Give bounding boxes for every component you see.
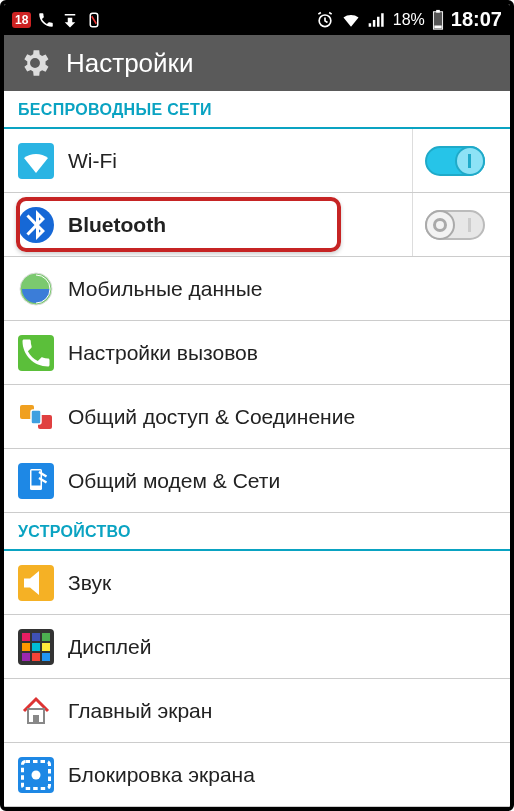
settings-screen: 18 18% 18:07 (0, 0, 514, 811)
svg-rect-20 (32, 653, 40, 661)
wifi-status-icon (341, 10, 361, 30)
row-label: Дисплей (68, 635, 496, 659)
row-label: Блокировка экрана (68, 763, 496, 787)
row-display[interactable]: Дисплей (4, 615, 510, 679)
clock: 18:07 (451, 8, 502, 31)
svg-rect-3 (436, 10, 440, 13)
section-header-wireless: БЕСПРОВОДНЫЕ СЕТИ (4, 91, 510, 129)
cleaner-icon (85, 11, 103, 29)
download-icon (61, 11, 79, 29)
svg-rect-19 (22, 653, 30, 661)
call-icon (18, 335, 54, 371)
row-tethering[interactable]: Общий модем & Сети (4, 449, 510, 513)
row-label: Настройки вызовов (68, 341, 496, 365)
row-call-settings[interactable]: Настройки вызовов (4, 321, 510, 385)
svg-rect-9 (31, 410, 41, 424)
share-icon (18, 399, 54, 435)
row-label: Общий модем & Сети (68, 469, 496, 493)
svg-rect-13 (22, 633, 30, 641)
svg-point-25 (32, 770, 41, 779)
svg-rect-15 (42, 633, 50, 641)
wifi-toggle[interactable] (425, 146, 485, 176)
signal-icon (367, 10, 387, 30)
phone-missed-icon (37, 11, 55, 29)
svg-rect-16 (22, 643, 30, 651)
battery-percent: 18% (393, 11, 425, 29)
svg-rect-14 (32, 633, 40, 641)
row-label: Общий доступ & Соединение (68, 405, 496, 429)
svg-rect-23 (33, 715, 39, 723)
wifi-icon (18, 143, 54, 179)
row-label: Wi-Fi (68, 149, 412, 173)
device-list: Звук Дисплей Главный экран Блокировка эк… (4, 551, 510, 807)
row-label: Звук (68, 571, 496, 595)
mobile-data-icon (18, 271, 54, 307)
section-header-device: УСТРОЙСТВО (4, 513, 510, 551)
row-label: Мобильные данные (68, 277, 496, 301)
home-icon (18, 693, 54, 729)
bluetooth-icon (18, 207, 54, 243)
svg-rect-17 (32, 643, 40, 651)
tethering-icon (18, 463, 54, 499)
settings-gear-icon (18, 46, 52, 80)
row-sound[interactable]: Звук (4, 551, 510, 615)
svg-rect-4 (434, 25, 441, 28)
title-bar: Настройки (4, 35, 510, 91)
row-wifi[interactable]: Wi-Fi (4, 129, 510, 193)
row-home-screen[interactable]: Главный экран (4, 679, 510, 743)
svg-rect-18 (42, 643, 50, 651)
page-title: Настройки (66, 48, 194, 79)
sound-icon (18, 565, 54, 601)
lock-icon (18, 757, 54, 793)
svg-rect-21 (42, 653, 50, 661)
status-bar: 18 18% 18:07 (4, 4, 510, 35)
wireless-list: Wi-Fi Bluetooth Мобильные данные (4, 129, 510, 513)
alarm-icon (315, 10, 335, 30)
row-mobile-data[interactable]: Мобильные данные (4, 257, 510, 321)
row-share-connect[interactable]: Общий доступ & Соединение (4, 385, 510, 449)
notification-badge: 18 (12, 12, 31, 28)
row-label: Bluetooth (68, 213, 412, 237)
display-icon (18, 629, 54, 665)
battery-icon (431, 9, 445, 31)
row-lock-screen[interactable]: Блокировка экрана (4, 743, 510, 807)
row-bluetooth[interactable]: Bluetooth (4, 193, 510, 257)
bluetooth-toggle[interactable] (425, 210, 485, 240)
row-label: Главный экран (68, 699, 496, 723)
